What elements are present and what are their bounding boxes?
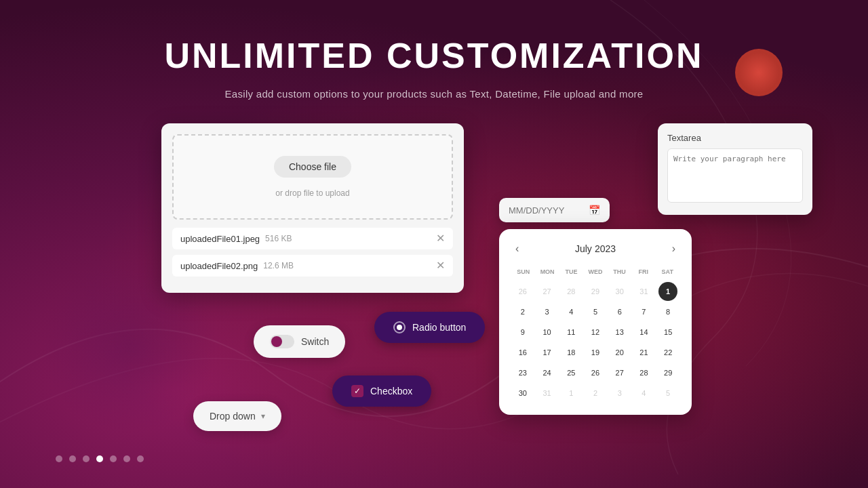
calendar-day[interactable]: 31 [634, 282, 653, 301]
pagination-dot[interactable] [110, 455, 117, 462]
calendar-day[interactable]: 10 [538, 323, 557, 342]
checkbox-card: ✓ Checkbox [332, 375, 431, 407]
pagination-dots [56, 455, 144, 462]
calendar-day[interactable]: 2 [586, 384, 605, 403]
calendar-day[interactable]: 6 [610, 302, 629, 321]
day-mon: MON [535, 266, 559, 278]
calendar-day[interactable]: 26 [513, 282, 532, 301]
pagination-dot[interactable] [69, 455, 76, 462]
radio-card: Radio button [374, 312, 485, 343]
choose-file-button[interactable]: Choose file [274, 156, 351, 178]
day-fri: FRI [631, 266, 655, 278]
calendar-day[interactable]: 5 [586, 302, 605, 321]
page-subtitle: Easily add custom options to your produc… [0, 88, 868, 100]
calendar-days-header: SUN MON TUE WED THU FRI SAT [511, 266, 679, 278]
day-wed: WED [583, 266, 607, 278]
calendar-month: July [575, 243, 592, 254]
calendar-day[interactable]: 20 [610, 343, 629, 362]
calendar-day[interactable]: 18 [561, 343, 580, 362]
calendar-day[interactable]: 30 [610, 282, 629, 301]
calendar-day[interactable]: 17 [538, 343, 557, 362]
calendar-next-button[interactable]: › [668, 241, 679, 256]
calendar-day[interactable]: 28 [634, 363, 653, 382]
calendar-day[interactable]: 29 [586, 282, 605, 301]
page-title: UNLIMITED CUSTOMIZATION [0, 35, 868, 76]
pagination-dot[interactable] [96, 455, 103, 462]
checkbox-label: Checkbox [370, 386, 412, 396]
calendar-day[interactable]: 27 [610, 363, 629, 382]
calendar-day[interactable]: 15 [658, 323, 677, 342]
file-remove-2[interactable]: ✕ [436, 260, 445, 271]
textarea-input[interactable] [667, 148, 803, 203]
calendar-day[interactable]: 26 [586, 363, 605, 382]
calendar-month-year: July 2023 [575, 243, 616, 254]
textarea-card: Textarea [658, 123, 812, 215]
file-dropzone[interactable]: Choose file or drop file to upload [172, 134, 453, 220]
file-remove-1[interactable]: ✕ [436, 233, 445, 244]
checkbox[interactable]: ✓ [351, 385, 363, 397]
calendar-day[interactable]: 1 [561, 384, 580, 403]
file-item: uploadedFile01.jpeg 516 KB ✕ [172, 228, 453, 249]
date-card: 📅 [499, 198, 610, 222]
switch-toggle[interactable] [270, 335, 294, 348]
drop-text: or drop file to upload [187, 188, 438, 198]
calendar-day[interactable]: 19 [586, 343, 605, 362]
switch-card: Switch [254, 325, 345, 358]
calendar-day[interactable]: 3 [610, 384, 629, 403]
radio-button[interactable] [393, 321, 406, 333]
calendar-day[interactable]: 5 [658, 384, 677, 403]
file-name-2: uploadedFile02.png [180, 261, 258, 271]
calendar-day[interactable]: 8 [658, 302, 677, 321]
calendar-icon: 📅 [589, 205, 600, 216]
day-thu: THU [608, 266, 631, 278]
calendar-day[interactable]: 4 [561, 302, 580, 321]
pagination-dot[interactable] [123, 455, 130, 462]
file-upload-card: Choose file or drop file to upload uploa… [161, 123, 464, 293]
switch-label: Switch [301, 336, 329, 347]
file-list: uploadedFile01.jpeg 516 KB ✕ uploadedFil… [172, 228, 453, 277]
calendar-day[interactable]: 21 [634, 343, 653, 362]
calendar-day[interactable]: 13 [610, 323, 629, 342]
radio-inner [397, 325, 402, 330]
file-name-1: uploadedFile01.jpeg [180, 234, 260, 244]
file-size-1: 516 KB [265, 234, 292, 243]
calendar-day[interactable]: 4 [634, 384, 653, 403]
pagination-dot[interactable] [137, 455, 144, 462]
calendar-card: ‹ July 2023 › SUN MON TUE WED THU FRI SA… [499, 229, 692, 415]
calendar-day[interactable]: 31 [538, 384, 557, 403]
calendar-day[interactable]: 30 [513, 384, 532, 403]
calendar-day[interactable]: 22 [658, 343, 677, 362]
dropdown-card[interactable]: Drop down ▾ [193, 401, 281, 431]
day-sun: SUN [511, 266, 535, 278]
date-input[interactable] [509, 205, 583, 216]
calendar-day[interactable]: 23 [513, 363, 532, 382]
calendar-day[interactable]: 7 [634, 302, 653, 321]
file-item: uploadedFile02.png 12.6 MB ✕ [172, 255, 453, 277]
calendar-day[interactable]: 16 [513, 343, 532, 362]
pagination-dot[interactable] [56, 455, 62, 462]
calendar-day[interactable]: 25 [561, 363, 580, 382]
calendar-header: ‹ July 2023 › [511, 241, 679, 256]
calendar-day[interactable]: 12 [586, 323, 605, 342]
calendar-day[interactable]: 1 [658, 282, 677, 301]
calendar-day[interactable]: 2 [513, 302, 532, 321]
file-size-2: 12.6 MB [263, 261, 294, 270]
calendar-day[interactable]: 27 [538, 282, 557, 301]
dropdown-label: Drop down [210, 411, 256, 422]
calendar-day[interactable]: 9 [513, 323, 532, 342]
calendar-day[interactable]: 14 [634, 323, 653, 342]
pagination-dot[interactable] [83, 455, 90, 462]
calendar-day[interactable]: 28 [561, 282, 580, 301]
calendar-prev-button[interactable]: ‹ [511, 241, 523, 256]
calendar-day[interactable]: 24 [538, 363, 557, 382]
calendar-day[interactable]: 3 [538, 302, 557, 321]
calendar-grid: 2627282930311234567891011121314151617181… [511, 282, 679, 403]
radio-label: Radio button [412, 322, 466, 333]
day-sat: SAT [656, 266, 679, 278]
calendar-day[interactable]: 11 [561, 323, 580, 342]
day-tue: TUE [559, 266, 583, 278]
calendar-day[interactable]: 29 [658, 363, 677, 382]
page-header: UNLIMITED CUSTOMIZATION Easily add custo… [0, 0, 868, 100]
chevron-down-icon: ▾ [261, 411, 265, 421]
calendar-year: 2023 [595, 243, 616, 254]
